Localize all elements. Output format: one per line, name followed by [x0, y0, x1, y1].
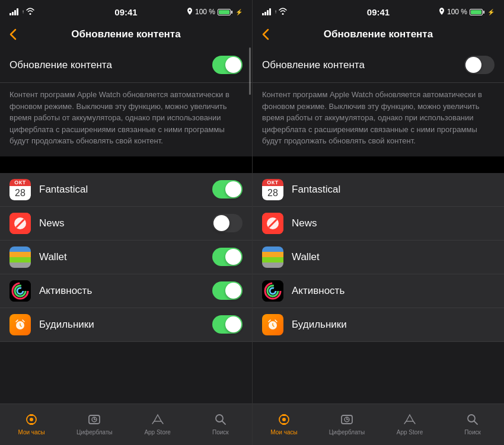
description-text: Контент программ Apple Watch обновляется…	[253, 83, 504, 156]
my-watch-icon	[276, 412, 292, 427]
status-left: ᵎ	[262, 8, 288, 17]
back-button[interactable]	[262, 28, 269, 40]
toggle-switch[interactable]	[212, 248, 243, 266]
app-name-label: Активность	[292, 285, 495, 297]
main-toggle-label: Обновление контента	[9, 59, 112, 71]
nav-title: Обновление контента	[71, 28, 180, 40]
tab-item-search[interactable]: Поиск	[189, 408, 252, 439]
scrollbar-thumb[interactable]	[249, 47, 251, 95]
signal-bars-icon	[262, 8, 271, 15]
tab-label: App Store	[144, 429, 170, 436]
app-name-label: Wallet	[39, 251, 212, 263]
svg-rect-27	[282, 414, 286, 416]
wallet-app-icon	[9, 246, 31, 268]
charging-bolt-icon: ⚡	[487, 9, 495, 15]
scroll-content[interactable]: Обновление контентаКонтент программ Appl…	[253, 47, 504, 404]
nav-header: Обновление контента	[0, 21, 252, 47]
toggle-switch[interactable]	[212, 180, 243, 199]
app-store-icon	[150, 412, 165, 427]
location-icon	[439, 8, 445, 16]
toggle-switch[interactable]	[212, 56, 243, 74]
signal-bars-icon	[9, 8, 18, 15]
app-row: Будильники	[0, 308, 252, 342]
location-icon	[187, 8, 193, 16]
faces-icon	[87, 412, 102, 427]
tab-item-faces[interactable]: Циферблаты	[315, 408, 378, 439]
tab-label: Мои часы	[18, 429, 44, 436]
wifi-icon: ᵎ	[23, 8, 35, 17]
svg-line-35	[474, 421, 478, 424]
status-time: 09:41	[367, 7, 390, 17]
app-name-label: News	[292, 217, 495, 229]
wifi-icon: ᵎ	[275, 8, 288, 17]
app-row: News	[0, 207, 252, 241]
battery-percentage: 100 %	[447, 8, 467, 16]
news-app-icon	[9, 213, 31, 234]
battery-icon	[470, 9, 484, 15]
activity-app-icon	[262, 280, 283, 302]
app-row: Активность	[0, 274, 252, 308]
tab-item-search[interactable]: Поиск	[441, 408, 504, 439]
app-name-label: News	[39, 217, 212, 229]
app-row: Wallet	[0, 241, 252, 274]
fantastical-app-icon: ОКТ 28	[262, 179, 283, 200]
main-toggle-row: Обновление контента	[253, 47, 504, 83]
svg-rect-10	[30, 423, 33, 425]
scrollbar-track	[249, 47, 251, 404]
battery-icon	[218, 9, 232, 15]
app-row: Активность	[253, 274, 504, 308]
back-button[interactable]	[9, 28, 17, 40]
alarms-app-icon	[262, 314, 283, 335]
toggle-switch[interactable]	[212, 214, 243, 232]
svg-rect-9	[30, 414, 33, 416]
tab-bar: Мои часы Циферблаты App Store Поиск	[253, 404, 504, 445]
toggle-switch[interactable]	[212, 315, 243, 334]
app-store-icon	[402, 412, 417, 427]
section-divider	[0, 156, 252, 173]
battery-percentage: 100 %	[195, 8, 215, 16]
my-watch-icon	[24, 412, 39, 427]
scroll-content[interactable]: Обновление контентаКонтент программ Appl…	[0, 47, 252, 404]
tab-item-app-store[interactable]: App Store	[126, 408, 189, 439]
tab-item-my-watch[interactable]: Мои часы	[253, 408, 315, 439]
activity-app-icon	[9, 280, 31, 302]
section-divider	[253, 156, 504, 173]
search-icon	[465, 412, 480, 427]
search-icon	[213, 412, 228, 427]
app-name-label: Будильники	[39, 319, 212, 331]
status-time: 09:41	[114, 7, 137, 17]
app-name-label: Fantastical	[39, 184, 212, 196]
status-bar: ᵎ 09:41 100 % ⚡	[253, 0, 504, 21]
wallet-app-icon	[262, 246, 283, 268]
tab-label: App Store	[397, 429, 423, 436]
nav-header: Обновление контента	[253, 21, 504, 47]
tab-bar: Мои часы Циферблаты App Store Поиск	[0, 404, 252, 445]
description-text: Контент программ Apple Watch обновляется…	[0, 83, 252, 156]
phone-panel-2: ᵎ 09:41 100 % ⚡	[252, 0, 504, 445]
toggle-switch[interactable]	[212, 281, 243, 300]
tab-label: Мои часы	[270, 429, 297, 436]
app-row: Wallet	[253, 241, 504, 274]
app-name-label: Fantastical	[292, 184, 495, 196]
faces-icon	[339, 412, 355, 427]
tab-item-my-watch[interactable]: Мои часы	[0, 408, 63, 439]
app-name-label: Wallet	[292, 251, 495, 263]
tab-label: Поиск	[464, 429, 481, 436]
tab-item-app-store[interactable]: App Store	[378, 408, 441, 439]
main-toggle-row: Обновление контента	[0, 47, 252, 83]
tab-label: Циферблаты	[76, 429, 113, 436]
fantastical-app-icon: ОКТ 28	[9, 179, 31, 200]
tab-item-faces[interactable]: Циферблаты	[63, 408, 126, 439]
status-right: 100 % ⚡	[439, 8, 495, 16]
app-name-label: Активность	[39, 285, 212, 297]
nav-title: Обновление контента	[324, 28, 433, 40]
svg-point-29	[282, 418, 286, 421]
toggle-switch[interactable]	[464, 56, 495, 74]
tab-label: Циферблаты	[329, 429, 365, 436]
charging-bolt-icon: ⚡	[235, 9, 243, 15]
app-row: Будильники	[253, 308, 504, 342]
status-left: ᵎ	[9, 8, 35, 17]
svg-point-11	[30, 418, 33, 421]
alarms-app-icon	[9, 314, 31, 335]
phone-panel-1: ᵎ 09:41 100 % ⚡	[0, 0, 252, 445]
